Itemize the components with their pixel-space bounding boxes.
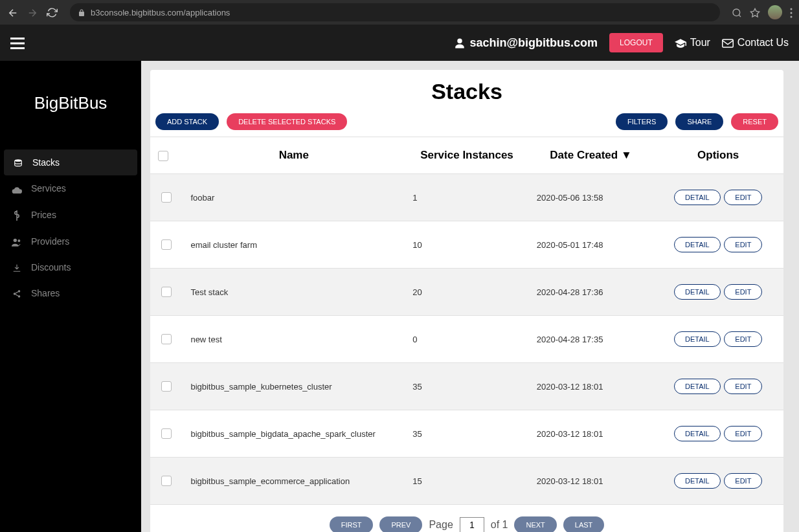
sidebar-item-shares[interactable]: Shares	[0, 280, 141, 306]
filters-button[interactable]: FILTERS	[616, 113, 668, 130]
table-row: foobar 1 2020-05-06 13:58 DETAIL EDIT	[150, 174, 783, 221]
sidebar: BigBitBus Stacks Services Prices	[0, 61, 141, 532]
cell-name: new test	[183, 316, 405, 363]
detail-button[interactable]: DETAIL	[674, 331, 721, 347]
table-row: bigbitbus_sample_bigdata_apache_spark_cl…	[150, 410, 783, 458]
edit-button[interactable]: EDIT	[724, 426, 762, 441]
dollar-icon	[12, 209, 22, 220]
last-page-button[interactable]: LAST	[563, 516, 605, 532]
menu-dots-icon[interactable]	[790, 6, 793, 18]
header-instances[interactable]: Service Instances	[405, 137, 529, 174]
page-input[interactable]	[460, 517, 484, 532]
hamburger-icon[interactable]	[10, 34, 25, 51]
cell-name: bigbitbus_sample_kubernetes_cluster	[183, 363, 405, 410]
zoom-icon[interactable]	[732, 6, 742, 18]
svg-point-1	[791, 8, 793, 10]
detail-button[interactable]: DETAIL	[674, 473, 721, 489]
cell-name: email cluster farm	[183, 221, 405, 269]
row-checkbox[interactable]	[161, 239, 172, 250]
stacks-table: Name Service Instances Date Created ▼ Op…	[150, 137, 783, 505]
cell-name: foobar	[183, 174, 405, 221]
cell-date: 2020-03-12 18:01	[529, 363, 653, 410]
address-bar[interactable]: b3console.bigbitbus.com/applications	[70, 3, 720, 21]
svg-point-0	[733, 9, 740, 16]
star-icon[interactable]	[750, 6, 760, 18]
svg-rect-7	[723, 39, 734, 47]
table-row: bigbitbus_sample_ecommerce_application 1…	[150, 458, 783, 505]
sidebar-item-stacks[interactable]: Stacks	[4, 150, 137, 175]
detail-button[interactable]: DETAIL	[674, 284, 721, 300]
detail-button[interactable]: DETAIL	[674, 237, 721, 252]
svg-point-9	[14, 239, 17, 242]
sidebar-item-label: Discounts	[31, 262, 71, 272]
select-all-checkbox[interactable]	[158, 151, 168, 161]
svg-point-8	[15, 159, 22, 162]
prev-page-button[interactable]: PREV	[379, 516, 422, 532]
delete-selected-button[interactable]: DELETE SELECTED STACKS	[227, 113, 347, 130]
header-date[interactable]: Date Created ▼	[529, 137, 653, 174]
sidebar-item-label: Services	[31, 183, 66, 194]
next-page-button[interactable]: NEXT	[514, 516, 556, 532]
logout-button[interactable]: LOGOUT	[609, 33, 663, 52]
cell-date: 2020-04-28 17:35	[529, 316, 653, 363]
sidebar-item-prices[interactable]: Prices	[0, 201, 141, 228]
detail-button[interactable]: DETAIL	[674, 379, 721, 394]
sidebar-item-discounts[interactable]: Discounts	[0, 254, 141, 280]
edit-button[interactable]: EDIT	[724, 237, 762, 252]
cell-name: bigbitbus_sample_bigdata_apache_spark_cl…	[183, 410, 405, 458]
edit-button[interactable]: EDIT	[724, 284, 762, 300]
cell-instances: 35	[405, 410, 529, 458]
url-text: b3console.bigbitbus.com/applications	[91, 8, 230, 17]
avatar[interactable]	[768, 5, 782, 19]
database-icon	[13, 157, 23, 168]
sidebar-item-services[interactable]: Services	[0, 175, 141, 201]
detail-button[interactable]: DETAIL	[674, 190, 721, 205]
cell-date: 2020-03-12 18:01	[529, 410, 653, 458]
back-icon[interactable]	[6, 6, 19, 19]
header-options: Options	[653, 137, 783, 174]
row-checkbox[interactable]	[161, 428, 172, 439]
cell-instances: 0	[405, 316, 529, 363]
cell-instances: 10	[405, 221, 529, 269]
table-row: Test stack 20 2020-04-28 17:36 DETAIL ED…	[150, 269, 783, 316]
row-checkbox[interactable]	[161, 476, 172, 486]
sidebar-item-providers[interactable]: Providers	[0, 228, 141, 254]
add-stack-button[interactable]: ADD STACK	[155, 113, 219, 130]
edit-button[interactable]: EDIT	[724, 379, 762, 394]
user-icon	[454, 36, 466, 50]
reset-button[interactable]: RESET	[731, 113, 778, 130]
cell-date: 2020-05-06 13:58	[529, 174, 653, 221]
cell-date: 2020-04-28 17:36	[529, 269, 653, 316]
sidebar-item-label: Shares	[31, 288, 60, 298]
header-name[interactable]: Name	[183, 137, 405, 174]
row-checkbox[interactable]	[161, 192, 172, 203]
page-label: Page	[429, 519, 453, 531]
detail-button[interactable]: DETAIL	[674, 426, 721, 441]
table-row: email cluster farm 10 2020-05-01 17:48 D…	[150, 221, 783, 269]
cloud-icon	[12, 183, 22, 194]
forward-icon[interactable]	[26, 6, 39, 19]
first-page-button[interactable]: FIRST	[330, 516, 374, 532]
row-checkbox[interactable]	[161, 381, 172, 392]
cell-name: Test stack	[183, 269, 405, 316]
row-checkbox[interactable]	[161, 287, 172, 297]
edit-button[interactable]: EDIT	[724, 331, 762, 347]
svg-point-2	[791, 12, 793, 14]
tour-link[interactable]: Tour	[675, 37, 710, 49]
sidebar-item-label: Stacks	[32, 157, 60, 168]
cell-date: 2020-05-01 17:48	[529, 221, 653, 269]
cell-instances: 1	[405, 174, 529, 221]
lock-icon	[78, 8, 85, 16]
edit-button[interactable]: EDIT	[724, 473, 762, 489]
contact-link[interactable]: Contact Us	[722, 37, 789, 49]
cell-date: 2020-03-12 18:01	[529, 458, 653, 505]
svg-point-10	[17, 239, 20, 242]
cell-instances: 20	[405, 269, 529, 316]
user-email: sachin@bigbitbus.com	[469, 36, 598, 50]
share-icon	[12, 288, 22, 298]
reload-icon[interactable]	[45, 6, 58, 19]
edit-button[interactable]: EDIT	[724, 190, 762, 205]
share-button[interactable]: SHARE	[675, 113, 723, 130]
row-checkbox[interactable]	[161, 334, 172, 344]
page-title: Stacks	[150, 70, 783, 113]
